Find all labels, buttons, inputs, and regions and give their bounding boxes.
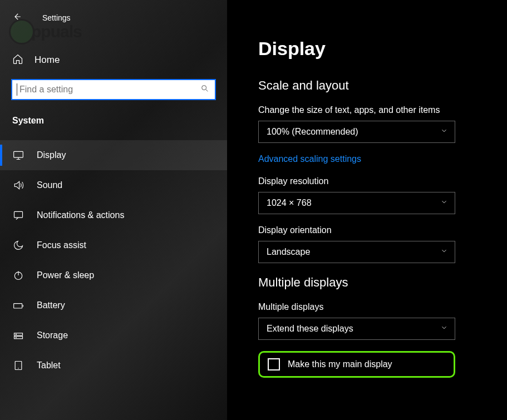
display-icon	[12, 149, 24, 161]
main-display-label: Make this my main display	[288, 359, 392, 369]
chevron-down-icon	[440, 324, 448, 334]
section-header: System	[0, 110, 227, 134]
orientation-value: Landscape	[267, 247, 310, 257]
svg-point-7	[16, 334, 16, 334]
page-title: Display	[258, 38, 485, 60]
main-display-checkbox[interactable]	[268, 358, 280, 370]
tablet-icon	[12, 359, 24, 372]
nav-item-focus-assist[interactable]: Focus assist	[0, 230, 227, 260]
multiple-section-title: Multiple displays	[258, 275, 485, 290]
nav-label: Storage	[37, 330, 68, 340]
content-pane: Display Scale and layout Change the size…	[227, 0, 507, 420]
nav-label: Power & sleep	[37, 270, 94, 280]
nav-label: Focus assist	[37, 240, 86, 250]
main-display-checkbox-row[interactable]: Make this my main display	[258, 351, 455, 378]
scale-value: 100% (Recommended)	[267, 127, 358, 137]
battery-icon	[12, 299, 24, 312]
svg-rect-5	[14, 333, 23, 335]
scale-label: Change the size of text, apps, and other…	[258, 105, 485, 115]
multiple-displays-dropdown[interactable]: Extend these displays	[258, 318, 455, 340]
back-button[interactable]	[7, 8, 27, 28]
nav-item-notifications[interactable]: Notifications & actions	[0, 200, 227, 230]
nav-label: Sound	[37, 180, 62, 190]
sound-icon	[12, 179, 24, 191]
search-input[interactable]	[19, 85, 200, 95]
titlebar: Settings	[0, 0, 227, 32]
chevron-down-icon	[440, 198, 448, 208]
search-icon	[200, 84, 209, 95]
nav-item-storage[interactable]: Storage	[0, 320, 227, 350]
back-arrow-icon	[12, 12, 22, 24]
resolution-dropdown[interactable]: 1024 × 768	[258, 192, 455, 214]
nav-label: Tablet	[37, 360, 61, 370]
nav-label: Notifications & actions	[37, 210, 124, 220]
svg-rect-4	[14, 304, 22, 308]
scale-section-title: Scale and layout	[258, 78, 485, 93]
nav-item-power-sleep[interactable]: Power & sleep	[0, 260, 227, 290]
multiple-value: Extend these displays	[267, 324, 353, 334]
power-icon	[12, 269, 24, 281]
orientation-dropdown[interactable]: Landscape	[258, 241, 455, 263]
svg-rect-1	[14, 151, 23, 157]
storage-icon	[12, 329, 24, 342]
nav-item-display[interactable]: Display	[0, 140, 227, 170]
text-cursor	[17, 83, 17, 96]
notifications-icon	[12, 209, 24, 221]
advanced-scaling-link[interactable]: Advanced scaling settings	[258, 154, 361, 164]
nav-label: Battery	[37, 300, 65, 310]
nav-item-battery[interactable]: Battery	[0, 290, 227, 320]
nav-label: Display	[37, 150, 66, 160]
resolution-label: Display resolution	[258, 176, 485, 186]
home-icon	[12, 53, 23, 67]
chevron-down-icon	[440, 247, 448, 257]
resolution-value: 1024 × 768	[267, 198, 312, 208]
svg-rect-2	[14, 211, 23, 218]
scale-dropdown[interactable]: 100% (Recommended)	[258, 121, 455, 143]
multiple-label: Multiple displays	[258, 302, 485, 312]
svg-point-0	[202, 86, 206, 90]
svg-rect-6	[14, 337, 23, 339]
search-box[interactable]	[11, 79, 216, 100]
nav-list: Display Sound Notifications & actions Fo…	[0, 140, 227, 381]
orientation-label: Display orientation	[258, 225, 485, 235]
sidebar: Settings ppuals Home System Display	[0, 0, 227, 420]
home-label: Home	[35, 55, 60, 66]
search-container	[0, 72, 227, 110]
focus-assist-icon	[12, 239, 24, 251]
home-button[interactable]: Home	[0, 48, 227, 72]
svg-point-8	[16, 337, 16, 338]
window-title: Settings	[42, 13, 71, 22]
chevron-down-icon	[440, 127, 448, 137]
nav-item-sound[interactable]: Sound	[0, 170, 227, 200]
nav-item-tablet[interactable]: Tablet	[0, 350, 227, 381]
